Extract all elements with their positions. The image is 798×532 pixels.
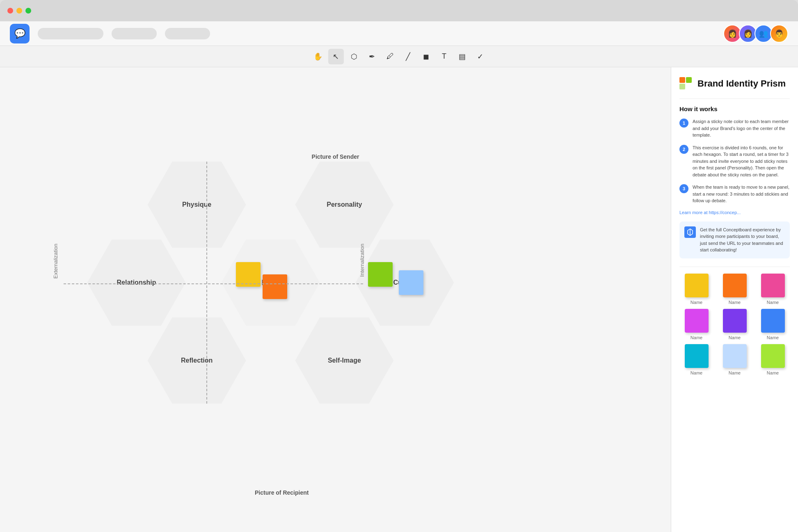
swatch-purple-light-name: Name bbox=[691, 335, 702, 340]
swatch-blue-name: Name bbox=[767, 335, 779, 340]
swatch-green-name: Name bbox=[767, 370, 779, 375]
swatch-cyan-name: Name bbox=[691, 370, 702, 375]
close-button[interactable] bbox=[7, 8, 13, 14]
swatch-purple-name: Name bbox=[729, 335, 741, 340]
personality-label: Personality bbox=[327, 201, 362, 208]
panel-header: Brand Identity Prism bbox=[679, 77, 790, 90]
sticky-blue[interactable] bbox=[399, 270, 423, 295]
swatch-pink-name: Name bbox=[767, 300, 779, 305]
sticky-swatch-cyan: Name bbox=[679, 344, 713, 375]
text-tool-button[interactable]: T bbox=[437, 49, 452, 64]
user-avatars: 👩 👩 👥 👨 bbox=[726, 25, 788, 43]
sticky-swatch-light-blue: Name bbox=[718, 344, 752, 375]
sticky-swatch-yellow: Name bbox=[679, 274, 713, 305]
swatch-cyan bbox=[685, 344, 709, 368]
line-tool-button[interactable]: ╱ bbox=[400, 49, 416, 64]
nav-bar: 💬 👩 👩 👥 👨 bbox=[0, 21, 798, 46]
canvas-content[interactable]: Picture of Sender Physique Personality R… bbox=[0, 67, 671, 532]
promo-box: Get the full Conceptboard experience by … bbox=[679, 221, 790, 258]
svg-rect-2 bbox=[679, 84, 685, 89]
divider-1 bbox=[679, 98, 790, 99]
hand-tool-button[interactable]: ✋ bbox=[310, 49, 326, 64]
sticky-swatch-purple: Name bbox=[718, 309, 752, 340]
promo-text: Get the full Conceptboard experience by … bbox=[700, 226, 785, 253]
sticky-swatch-orange: Name bbox=[718, 274, 752, 305]
step-1-number: 1 bbox=[679, 119, 688, 128]
dashed-h-line bbox=[64, 283, 363, 284]
promo-icon bbox=[684, 226, 696, 238]
hex-physique: Physique bbox=[148, 162, 246, 248]
swatch-yellow-name: Name bbox=[691, 300, 702, 305]
self-image-label: Self-Image bbox=[328, 357, 361, 364]
swatch-orange-name: Name bbox=[729, 300, 741, 305]
sticky-swatch-blue: Name bbox=[756, 309, 790, 340]
hex-relationship: Relationship bbox=[87, 240, 186, 326]
pen-tool-button[interactable]: ✒ bbox=[364, 49, 380, 64]
avatar-user-4: 👨 bbox=[770, 25, 788, 43]
swatch-yellow bbox=[685, 274, 709, 297]
step-1-text: Assign a sticky note color to each team … bbox=[693, 118, 790, 139]
panel-title: Brand Identity Prism bbox=[697, 78, 786, 89]
step-3-number: 3 bbox=[679, 184, 688, 193]
eraser-tool-button[interactable]: ⬡ bbox=[346, 49, 362, 64]
reflection-label: Reflection bbox=[181, 357, 213, 364]
title-bar bbox=[0, 0, 798, 21]
minimize-button[interactable] bbox=[16, 8, 22, 14]
swatch-pink bbox=[761, 274, 785, 297]
hex-self-image: Self-Image bbox=[295, 317, 393, 404]
toolbar: ✋ ↖ ⬡ ✒ 🖊 ╱ ◼ T ▤ ✓ bbox=[0, 46, 798, 67]
nav-item-1[interactable] bbox=[38, 28, 103, 39]
swatch-blue bbox=[761, 309, 785, 333]
hex-center: Logo bbox=[222, 240, 320, 326]
sticky-green[interactable] bbox=[368, 262, 393, 287]
bottom-center-label: Picture of Recipient bbox=[255, 489, 309, 496]
hex-personality: Personality bbox=[295, 162, 393, 248]
how-it-works-title: How it works bbox=[679, 105, 790, 112]
step-2-number: 2 bbox=[679, 145, 688, 154]
swatch-light-blue bbox=[723, 344, 747, 368]
swatch-green bbox=[761, 344, 785, 368]
swatch-purple bbox=[723, 309, 747, 333]
sticky-swatches-grid: Name Name Name Name Name bbox=[679, 274, 790, 375]
swatch-light-blue-name: Name bbox=[729, 370, 741, 375]
svg-rect-1 bbox=[686, 77, 692, 83]
app-logo[interactable]: 💬 bbox=[10, 24, 30, 43]
learn-more-link[interactable]: Learn more at https://concep... bbox=[679, 210, 790, 215]
app-window: 💬 👩 👩 👥 👨 ✋ ↖ ⬡ ✒ 🖊 ╱ ◼ T ▤ ✓ Picture of… bbox=[0, 0, 798, 532]
sticky-swatch-green: Name bbox=[756, 344, 790, 375]
maximize-button[interactable] bbox=[25, 8, 31, 14]
step-3-text: When the team is ready to move to a new … bbox=[693, 184, 790, 204]
svg-rect-0 bbox=[679, 77, 685, 83]
divider-2 bbox=[679, 267, 790, 267]
comment-tool-button[interactable]: ✓ bbox=[473, 49, 488, 64]
step-1: 1 Assign a sticky note color to each tea… bbox=[679, 118, 790, 139]
shape-tool-button[interactable]: ◼ bbox=[418, 49, 434, 64]
side-panel: Brand Identity Prism How it works 1 Assi… bbox=[671, 67, 798, 532]
panel-icon bbox=[679, 77, 693, 90]
sticky-swatch-pink: Name bbox=[756, 274, 790, 305]
left-side-label: Externalization bbox=[53, 244, 59, 279]
top-center-label: Picture of Sender bbox=[312, 153, 359, 160]
swatch-orange bbox=[723, 274, 747, 297]
brush-tool-button[interactable]: 🖊 bbox=[382, 49, 398, 64]
relationship-label: Relationship bbox=[117, 279, 156, 286]
step-3: 3 When the team is ready to move to a ne… bbox=[679, 184, 790, 204]
hex-reflection: Reflection bbox=[148, 317, 246, 404]
nav-item-2[interactable] bbox=[112, 28, 157, 39]
select-tool-button[interactable]: ↖ bbox=[328, 49, 344, 64]
note-tool-button[interactable]: ▤ bbox=[455, 49, 470, 64]
hex-culture: Culture bbox=[356, 240, 454, 326]
sticky-orange[interactable] bbox=[263, 274, 287, 299]
sticky-swatch-purple-light: Name bbox=[679, 309, 713, 340]
swatch-purple-light bbox=[685, 309, 709, 333]
sticky-yellow[interactable] bbox=[236, 262, 261, 287]
right-side-label: Internalization bbox=[359, 244, 365, 277]
nav-item-3[interactable] bbox=[165, 28, 210, 39]
dashed-v-line bbox=[206, 162, 207, 404]
step-2: 2 This exercise is divided into 6 rounds… bbox=[679, 144, 790, 178]
canvas-area: Picture of Sender Physique Personality R… bbox=[0, 67, 798, 532]
step-2-text: This exercise is divided into 6 rounds, … bbox=[693, 144, 790, 178]
